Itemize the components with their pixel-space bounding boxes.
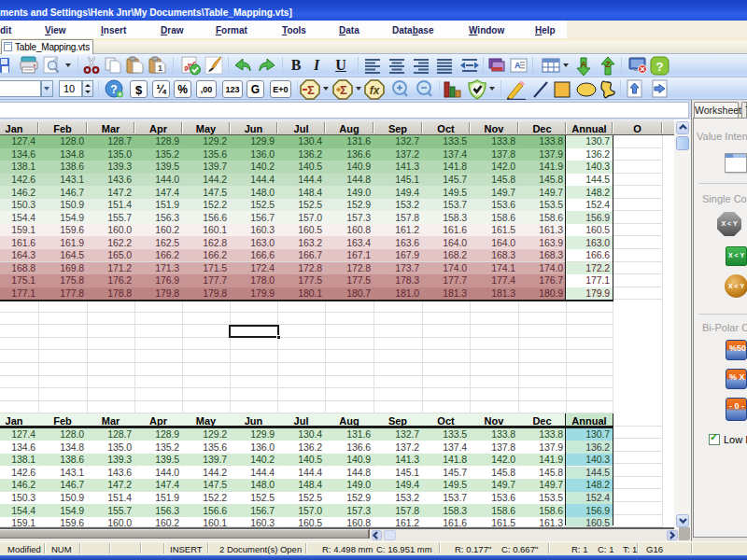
svg-text:?: ?: [656, 60, 664, 74]
svg-text:Σ: Σ: [307, 83, 315, 97]
svg-text:1: 1: [158, 63, 162, 73]
svg-text:A: A: [514, 61, 521, 70]
svg-text:fx: fx: [370, 84, 381, 97]
svg-text:A: A: [581, 60, 587, 69]
svg-text:Σ: Σ: [340, 83, 347, 97]
svg-text:Z: Z: [605, 60, 611, 69]
svg-text:?: ?: [110, 83, 117, 96]
